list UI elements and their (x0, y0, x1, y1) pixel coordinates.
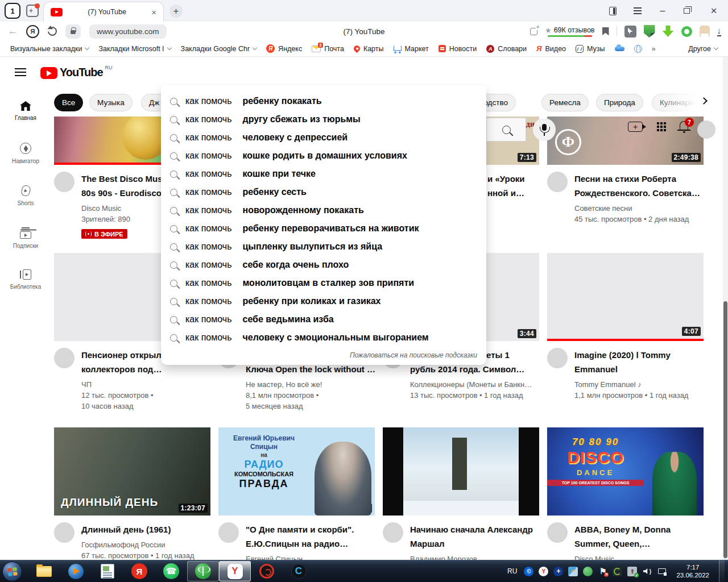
suggestion-item[interactable]: как помочьребенку покакать (161, 92, 486, 110)
channel-avatar[interactable] (547, 172, 568, 192)
search-button[interactable] (486, 118, 526, 142)
channel-name[interactable]: Tommy Emmanuel ♪ (574, 379, 688, 390)
clock[interactable]: 7:1723.06.2022 (672, 563, 714, 579)
channel-name[interactable]: Не мастер, Но всё же! (246, 379, 375, 390)
taskbar-document-button[interactable] (92, 561, 123, 581)
apps-grid-icon[interactable] (657, 122, 659, 124)
close-button[interactable]: × (705, 3, 722, 18)
page-scrollbar[interactable] (723, 57, 728, 560)
video-thumbnail[interactable]: Евгений Юрьевич Спицын на РАДИО КОМСОМОЛ… (218, 427, 375, 516)
suggestion-item[interactable]: как помочьребенку сесть (161, 183, 486, 201)
tray-app-icon[interactable] (553, 567, 563, 576)
taskbar-network-app-button[interactable] (187, 561, 219, 581)
bookmark-cloud[interactable] (615, 47, 624, 51)
suggestion-item[interactable]: как помочьноворожденному покакать (161, 201, 486, 219)
channel-name[interactable]: Госфильмофонд России (81, 539, 195, 550)
language-indicator[interactable]: RU (507, 567, 517, 575)
bookmark-maps[interactable]: Карты (354, 45, 384, 53)
tray-windows-update-icon[interactable] (568, 567, 578, 576)
bookmarks-overflow-icon[interactable]: » (652, 44, 656, 53)
chip-all[interactable]: Все (54, 94, 83, 111)
video-thumbnail[interactable]: ДЛИННЫЙ ДЕНЬ 1:23:07 (54, 427, 210, 516)
video-title[interactable]: Imagine (2020) l TommyEmmanuel (574, 348, 688, 376)
channel-avatar[interactable] (218, 522, 239, 543)
bookmark-dictionaries[interactable]: Словари (486, 45, 527, 53)
suggestion-item[interactable]: как помочьцыпленку вылупиться из яйца (161, 238, 486, 256)
bookmark-news[interactable]: Новости (439, 45, 477, 53)
suggestion-item[interactable]: как помочькошке родить в домашних услови… (161, 147, 486, 165)
chip-crafts[interactable]: Ремесла (541, 94, 589, 111)
extension-hand-icon[interactable] (700, 26, 710, 37)
sidebar-item-shorts[interactable]: Shorts (0, 185, 51, 206)
tab-close-icon[interactable]: × (151, 8, 156, 16)
video-title[interactable]: Длинный день (1961) (81, 522, 195, 537)
sidebar-item-home[interactable]: Главная (0, 101, 51, 121)
browser-menu-button[interactable] (629, 3, 646, 18)
bookmark-yandex[interactable]: Яндекс (266, 44, 302, 53)
user-avatar[interactable] (697, 120, 715, 139)
taskbar-whatsapp-button[interactable] (155, 561, 187, 581)
channel-name[interactable]: ЧП (81, 379, 173, 390)
back-button[interactable]: ← (8, 26, 18, 37)
report-suggestions-link[interactable]: Пожаловаться на поисковые подсказки (161, 347, 486, 361)
sidebar-item-explore[interactable]: Навигатор (0, 143, 51, 164)
video-card[interactable]: 70 80 90 DISCO DANCE TOP 100 GREATEST DI… (547, 427, 704, 564)
channel-avatar[interactable] (383, 522, 403, 543)
extension-ring-icon[interactable] (681, 26, 692, 37)
bookmark-icon[interactable] (602, 27, 609, 36)
start-button[interactable] (2, 562, 22, 581)
video-thumbnail[interactable]: 3:55 (383, 427, 539, 516)
chip-nature[interactable]: Природа (596, 94, 643, 111)
chip-music[interactable]: Музыка (89, 94, 133, 111)
taskbar-yandex-button[interactable] (123, 561, 155, 581)
minimize-button[interactable]: – (654, 3, 671, 18)
taskbar-updater-button[interactable] (251, 561, 283, 581)
tab-panel-button[interactable]: 1 (5, 3, 20, 19)
taskbar-ccleaner-button[interactable] (283, 561, 315, 581)
bookmark-folder-google[interactable]: Закладки Google Chr (181, 45, 257, 53)
scrollbar-thumb[interactable] (723, 301, 727, 558)
new-window-button[interactable]: + (26, 5, 39, 17)
maximize-button[interactable] (678, 3, 695, 18)
yandex-search-button[interactable]: Я (26, 25, 39, 38)
bookmarks-other-button[interactable]: Другое (688, 45, 718, 53)
channel-avatar[interactable] (547, 522, 568, 543)
bookmark-music[interactable]: Музы (576, 45, 605, 53)
suggestion-item[interactable]: как помочьмонолитовцам в сталкер зов при… (161, 274, 486, 292)
tray-yandex-browser-icon[interactable] (539, 567, 548, 576)
taskbar-explorer-button[interactable] (28, 561, 60, 581)
tray-nvidia-icon[interactable] (613, 567, 622, 576)
tray-ccleaner-icon[interactable] (524, 567, 533, 576)
tray-network-icon[interactable] (657, 567, 667, 576)
suggestion-item[interactable]: как помочьребенку при коликах и газиках (161, 292, 486, 310)
sidebar-item-subscriptions[interactable]: Подписки (0, 227, 51, 249)
downloads-icon[interactable]: ↓ (717, 26, 722, 36)
site-security-chip[interactable] (65, 24, 81, 39)
video-title[interactable]: ABBA, Boney M, DonnaSummer, Queen,… (574, 522, 671, 551)
taskbar-yandex-browser-button[interactable] (219, 561, 251, 581)
reviews-badge[interactable]: ★69К отзывов (545, 26, 595, 37)
bookmark-video[interactable]: Видео (536, 44, 566, 53)
suggestion-item[interactable]: как помочькошке при течке (161, 165, 486, 183)
suggestion-item[interactable]: как помочьдругу сбежать из тюрьмы (161, 110, 486, 128)
guide-menu-icon[interactable] (15, 68, 26, 76)
suggestion-item[interactable]: как помочьребенку переворачиваться на жи… (161, 219, 486, 238)
video-thumbnail[interactable]: 4:07 (547, 253, 704, 341)
tray-volume-icon[interactable] (642, 567, 652, 576)
notifications-icon[interactable]: 7 (678, 120, 690, 133)
suggestion-item[interactable]: как помочьсебе ведьмина изба (161, 310, 486, 329)
bookmark-mail[interactable]: 1Почта (312, 45, 344, 53)
channel-avatar[interactable] (547, 348, 568, 368)
video-card[interactable]: 4:07 Imagine (2020) l TommyEmmanuel Tomm… (547, 253, 704, 411)
bookmark-globe[interactable] (634, 45, 642, 53)
channel-name[interactable]: Советские песни (574, 203, 700, 214)
bookmark-folder-microsoft[interactable]: Закладки Microsoft I (98, 45, 171, 53)
side-panel-button[interactable] (604, 3, 621, 18)
video-card[interactable]: 3:55 Начинаю сначала АлександрМаршал Вла… (383, 427, 539, 564)
tray-green-app-icon[interactable] (583, 567, 593, 576)
video-card[interactable]: Евгений Юрьевич Спицын на РАДИО КОМСОМОЛ… (218, 427, 375, 564)
video-title[interactable]: "О Дне памяти и скорби".Е.Ю.Спицын на ра… (246, 522, 354, 551)
extension-shield-icon[interactable]: 6 (644, 25, 655, 38)
channel-avatar[interactable] (54, 348, 75, 368)
video-card[interactable]: ДЛИННЫЙ ДЕНЬ 1:23:07 Длинный день (1961)… (54, 427, 210, 564)
